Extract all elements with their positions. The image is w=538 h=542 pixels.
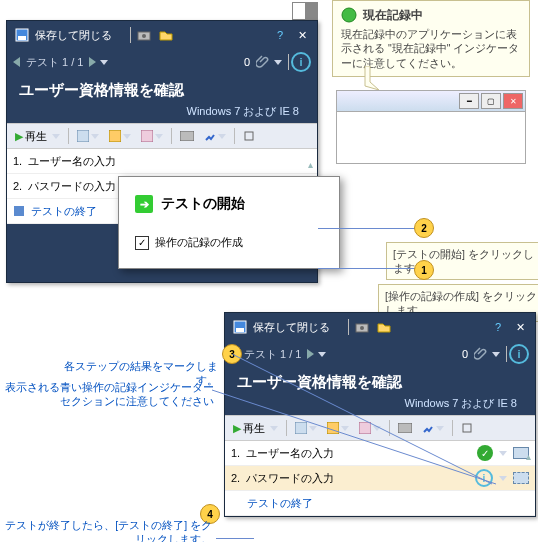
svg-rect-1 — [18, 36, 26, 40]
test-title: ユーザー資格情報を確認 — [7, 75, 317, 102]
titlebar: 保存して閉じる ? ✕ — [225, 313, 535, 341]
help-icon[interactable]: ? — [270, 26, 290, 44]
tool-2[interactable] — [323, 418, 353, 438]
svg-point-10 — [342, 8, 356, 22]
info-icon[interactable]: i — [291, 52, 311, 72]
attach-dropdown-icon[interactable] — [492, 352, 500, 357]
attachment-icon[interactable] — [474, 347, 488, 361]
svg-rect-4 — [77, 130, 89, 142]
min-icon[interactable]: ━ — [459, 93, 479, 109]
test-runner-panel-2: 保存して閉じる ? ✕ テスト 1 / 1 0 i ユーザー資格情報を確認 Wi… — [224, 312, 536, 517]
step-row[interactable]: 1.ユーザー名の入力 — [7, 149, 317, 174]
help-icon[interactable]: ? — [488, 318, 508, 336]
checkbox-icon[interactable]: ✓ — [135, 236, 149, 250]
tool-1[interactable] — [73, 126, 103, 146]
dialog-title: ➔ テストの開始 — [135, 195, 323, 213]
tool-1[interactable] — [291, 418, 321, 438]
next-test-icon[interactable] — [89, 57, 96, 67]
active-icon[interactable]: i — [475, 469, 493, 487]
callout-number-2: 2 — [414, 218, 434, 238]
end-test-row[interactable]: テストの終了 — [225, 491, 535, 516]
collapse-icon[interactable]: ▴ — [526, 451, 531, 462]
step-row[interactable]: 2. パスワードの入力 i — [225, 466, 535, 491]
tool-5[interactable] — [200, 126, 230, 146]
test-dropdown-icon[interactable] — [318, 352, 326, 357]
tool-4[interactable] — [176, 126, 198, 146]
step-count: 0 — [238, 56, 256, 68]
svg-point-14 — [360, 326, 364, 330]
collapse-icon[interactable]: ▴ — [308, 159, 313, 170]
checkbox-label: 操作の記録の作成 — [155, 235, 243, 250]
svg-rect-15 — [295, 422, 307, 434]
close-icon[interactable]: ✕ — [510, 318, 530, 336]
save-and-close-label[interactable]: 保存して閉じる — [33, 28, 128, 43]
callout-number-3: 3 — [222, 344, 242, 364]
test-counter: テスト 1 / 1 — [238, 347, 307, 362]
play-button[interactable]: ▶再生 — [229, 418, 282, 438]
camera-icon[interactable] — [354, 319, 370, 335]
step-toolbar: ▶再生 — [225, 415, 535, 441]
tool-4[interactable] — [394, 418, 416, 438]
play-icon: ➔ — [135, 195, 153, 213]
test-nav-bar: テスト 1 / 1 0 i — [7, 49, 317, 75]
create-recording-checkbox[interactable]: ✓ 操作の記録の作成 — [135, 235, 323, 250]
test-nav-bar: テスト 1 / 1 0 i — [225, 341, 535, 367]
callout-4: テストが終了したら、[テストの終了] をクリックします。 — [2, 518, 212, 542]
step-count: 0 — [456, 348, 474, 360]
step-row[interactable]: 1. ユーザー名の入力 ✓ — [225, 441, 535, 466]
capture-indicator-icon — [513, 472, 529, 484]
svg-rect-16 — [327, 422, 339, 434]
test-counter: テスト 1 / 1 — [20, 55, 89, 70]
attachment-icon[interactable] — [256, 55, 270, 69]
step-toolbar: ▶再生 — [7, 123, 317, 149]
save-icon[interactable] — [14, 27, 30, 43]
test-config: Windows 7 および IE 8 — [7, 102, 317, 123]
play-button[interactable]: ▶再生 — [11, 126, 64, 146]
svg-rect-12 — [236, 328, 244, 332]
save-icon[interactable] — [232, 319, 248, 335]
result-dropdown-icon[interactable] — [499, 476, 507, 481]
mini-window: ━ ▢ ✕ — [336, 90, 526, 164]
camera-icon[interactable] — [136, 27, 152, 43]
next-test-icon[interactable] — [307, 349, 314, 359]
titlebar: 保存して閉じる ? ✕ — [7, 21, 317, 49]
pass-icon[interactable]: ✓ — [477, 445, 493, 461]
info-icon[interactable]: i — [509, 344, 529, 364]
svg-rect-6 — [141, 130, 153, 142]
callout-number-1: 1 — [414, 260, 434, 280]
svg-rect-17 — [359, 422, 371, 434]
save-and-close-label[interactable]: 保存して閉じる — [251, 320, 346, 335]
globe-icon — [341, 7, 357, 23]
tool-2[interactable] — [105, 126, 135, 146]
tool-6[interactable] — [239, 126, 259, 146]
tool-3[interactable] — [137, 126, 167, 146]
tool-5[interactable] — [418, 418, 448, 438]
tool-3[interactable] — [355, 418, 385, 438]
tool-6[interactable] — [457, 418, 477, 438]
svg-point-3 — [142, 34, 146, 38]
max-icon[interactable]: ▢ — [481, 93, 501, 109]
close-icon[interactable]: ✕ — [503, 93, 523, 109]
folder-icon[interactable] — [376, 319, 392, 335]
test-title: ユーザー資格情報を確認 — [225, 367, 535, 394]
test-dropdown-icon[interactable] — [100, 60, 108, 65]
start-test-dialog: ➔ テストの開始 ✓ 操作の記録の作成 — [118, 176, 340, 269]
attach-dropdown-icon[interactable] — [274, 60, 282, 65]
callout-3b: 表示される青い操作の記録インジケーター セクションに注意してください — [4, 380, 214, 408]
folder-icon[interactable] — [158, 27, 174, 43]
svg-rect-5 — [109, 130, 121, 142]
close-icon[interactable]: ✕ — [292, 26, 312, 44]
svg-rect-7 — [180, 131, 194, 141]
svg-rect-18 — [398, 423, 412, 433]
prev-test-icon[interactable] — [13, 57, 20, 67]
test-config: Windows 7 および IE 8 — [225, 394, 535, 415]
svg-rect-9 — [14, 206, 24, 216]
svg-rect-8 — [245, 132, 253, 140]
callout-2: [テストの開始] をクリックします — [386, 242, 538, 280]
svg-rect-19 — [463, 424, 471, 432]
step-list: 1. ユーザー名の入力 ✓ 2. パスワードの入力 i テストの終了 — [225, 441, 535, 516]
result-dropdown-icon[interactable] — [499, 451, 507, 456]
